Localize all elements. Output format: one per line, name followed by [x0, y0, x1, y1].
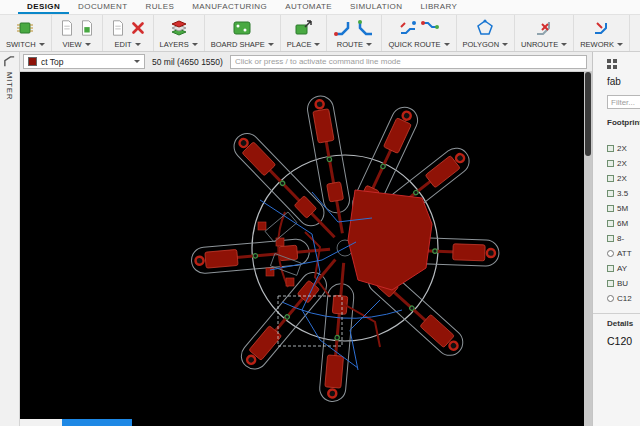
grid-coordinate-readout: 50 mil (4650 1550) [152, 57, 223, 67]
tab-manufacturing[interactable]: MANUFACTURING [183, 0, 276, 14]
toolbar-group-layers[interactable]: LAYERS [154, 15, 205, 51]
filter-input[interactable] [607, 95, 640, 109]
footprint-icon [607, 265, 614, 272]
toolbar-group-route[interactable]: ROUTE [327, 15, 382, 51]
footprint-list-item[interactable]: 2X [607, 141, 640, 156]
layer-selector[interactable]: ct Top [23, 54, 145, 69]
command-line-input[interactable] [230, 55, 587, 69]
toolbar-group-label: BOARD SHAPE [211, 40, 265, 49]
document-icon [58, 18, 76, 38]
chevron-down-icon [134, 60, 140, 63]
footprints-section-title: Footprints [607, 118, 640, 127]
toolbar-group-rework[interactable]: REWORK [574, 15, 630, 51]
polygon-icon [475, 18, 495, 38]
chevron-down-icon [561, 43, 567, 46]
chip-icon [15, 18, 35, 38]
footprint-icon [607, 190, 614, 197]
footprint-list-item[interactable]: 8- [607, 231, 640, 246]
toolbar-group-polygon[interactable]: POLYGON [457, 15, 516, 51]
footprint-icon [607, 205, 614, 212]
tab-library[interactable]: LIBRARY [411, 0, 466, 14]
toolbar-group-view[interactable]: VIEW [52, 15, 103, 51]
tab-design[interactable]: DESIGN [18, 0, 69, 14]
layer-selector-value: ct Top [41, 57, 64, 67]
tab-document[interactable]: DOCUMENT [69, 0, 136, 14]
toolbar-group-label: PLACE [287, 40, 312, 49]
toolbar-group-place[interactable]: PLACE [281, 15, 328, 51]
horizontal-scrollbar[interactable] [20, 419, 132, 426]
library-name[interactable]: fab [607, 76, 640, 87]
toolbar-group-label: UNROUTE [521, 40, 558, 49]
toolbar-group-edit[interactable]: EDIT [103, 15, 154, 51]
pcb-editor-window: DESIGN DOCUMENT RULES MANUFACTURING AUTO… [0, 0, 640, 426]
copper-pour [348, 190, 432, 290]
footprint-icon [607, 280, 614, 287]
toolbar-group-label: QUICK ROUTE [388, 40, 440, 49]
footprint-list-item[interactable]: 6M [607, 216, 640, 231]
chevron-down-icon [502, 43, 508, 46]
quick-route-icon [398, 18, 418, 38]
grid-view-icon[interactable] [607, 59, 617, 69]
variant-circle-icon [607, 295, 614, 302]
footprint-icon [607, 160, 614, 167]
route-alt-icon [355, 18, 375, 38]
footprint-list-item[interactable]: 2X [607, 156, 640, 171]
layer-color-swatch [28, 57, 37, 66]
footprint-list-item[interactable]: C12 [607, 291, 640, 306]
footprint-list-item[interactable]: 5M [607, 201, 640, 216]
toolbar-group-quick-route[interactable]: QUICK ROUTE [382, 15, 456, 51]
place-icon [294, 18, 314, 38]
variant-circle-icon [607, 250, 614, 257]
footprint-icon [607, 220, 614, 227]
document-board-icon [78, 18, 96, 38]
footprint-list: 2X 2X 2X 3.5 5M 6M 8- ATT AY BU C12 [607, 141, 640, 306]
miter-icon[interactable] [3, 55, 16, 68]
chevron-down-icon [617, 43, 623, 46]
chevron-down-icon [268, 43, 274, 46]
tab-automate[interactable]: AUTOMATE [276, 0, 341, 14]
tab-simulation[interactable]: SIMULATION [341, 0, 411, 14]
pcb-canvas[interactable] [20, 72, 584, 426]
footprint-list-item[interactable]: ATT [607, 246, 640, 261]
toolbar-group-label: REWORK [580, 40, 614, 49]
pcb-arm [190, 236, 331, 274]
route-icon [333, 18, 353, 38]
toolbar-group-switch[interactable]: SWITCH [0, 15, 52, 51]
chevron-down-icon [444, 43, 450, 46]
board-icon [232, 18, 252, 38]
footprint-list-item[interactable]: AY [607, 261, 640, 276]
quick-route-alt-icon [420, 18, 440, 38]
toolbar-group-label: EDIT [115, 40, 132, 49]
toolbar-group-label: SWITCH [6, 40, 36, 49]
details-section-title: Details [607, 319, 640, 328]
footprint-list-item[interactable]: 3.5 [607, 186, 640, 201]
panel-divider [593, 313, 640, 314]
toolbar-group-label: LAYERS [160, 40, 189, 49]
tab-rules[interactable]: RULES [137, 0, 184, 14]
layers-icon [169, 18, 189, 38]
unroute-icon [534, 18, 554, 38]
document-icon [109, 18, 127, 38]
footprint-list-item[interactable]: BU [607, 276, 640, 291]
chevron-down-icon [314, 43, 320, 46]
miter-tool-label: MITER [5, 72, 14, 100]
footprint-icon [607, 145, 614, 152]
vertical-scrollbar[interactable] [584, 72, 592, 426]
footprint-icon [607, 175, 614, 182]
footprint-icon [607, 235, 614, 242]
chevron-down-icon [85, 43, 91, 46]
ribbon-tabbar: DESIGN DOCUMENT RULES MANUFACTURING AUTO… [0, 0, 640, 15]
left-tool-rail: MITER [0, 52, 20, 426]
vertical-scrollbar-thumb[interactable] [585, 72, 591, 156]
horizontal-scrollbar-thumb[interactable] [62, 419, 132, 426]
toolbar-group-board-shape[interactable]: BOARD SHAPE [205, 15, 281, 51]
toolbar-group-label: POLYGON [463, 40, 500, 49]
command-bar: ct Top 50 mil (4650 1550) [20, 52, 592, 72]
chevron-down-icon [135, 43, 141, 46]
toolbar-group-unroute[interactable]: UNROUTE [515, 15, 574, 51]
footprint-list-item[interactable]: 2X [607, 171, 640, 186]
rework-icon [592, 18, 612, 38]
chevron-down-icon [39, 43, 45, 46]
chevron-down-icon [192, 43, 198, 46]
chevron-down-icon [366, 43, 372, 46]
